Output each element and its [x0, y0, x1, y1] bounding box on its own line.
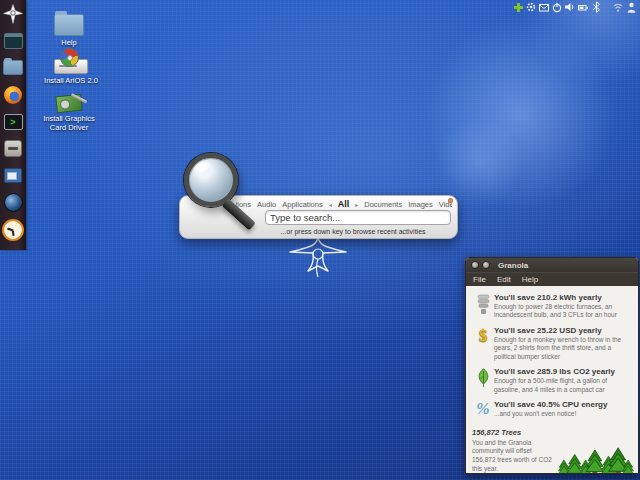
desktop-icon-install-gfx-driver[interactable]: Install Graphics Card Driver: [34, 86, 104, 132]
savings-row-cpu: % You'll save 40.5% CPU energy ...and yo…: [466, 397, 638, 421]
clock-icon[interactable]: [0, 216, 26, 243]
minimize-button[interactable]: [482, 261, 490, 269]
media-player-icon[interactable]: [0, 162, 26, 189]
user-icon[interactable]: [626, 1, 636, 13]
next-category-arrow[interactable]: ▸: [355, 201, 358, 208]
file-manager-icon[interactable]: [0, 54, 26, 81]
menu-help[interactable]: Help: [522, 275, 538, 284]
desktop-icon-help[interactable]: Help: [34, 10, 104, 47]
granola-window: Granola File Edit Help You'll save 210.2…: [465, 257, 639, 474]
savings-title: You'll save 40.5% CPU energy: [494, 400, 626, 409]
help-folder-icon: [34, 10, 104, 36]
install-cd-icon: [36, 48, 106, 74]
savings-row-co2: You'll save 285.9 lbs CO2 yearly Enough …: [466, 364, 638, 397]
search-overlay: Actions Audio Applications ◂ All ▸ Docum…: [179, 195, 458, 239]
window-title: Granola: [498, 261, 528, 270]
savings-desc: Enough to power 28 electric furnaces, an…: [494, 303, 626, 320]
savings-desc: ...and you won't even notice!: [494, 410, 626, 418]
savings-desc: Enough for a monkey wrench to throw in t…: [494, 336, 626, 361]
desktop-icon-label: Install AriOS 2.0: [36, 76, 106, 85]
terminal-icon[interactable]: [0, 27, 26, 54]
pine-trees-illustration: [558, 434, 634, 475]
trees-section: 156,872 Trees You and the Granola commun…: [466, 422, 638, 475]
gear-icon[interactable]: [526, 1, 536, 13]
volume-icon[interactable]: [565, 1, 575, 13]
power-icon[interactable]: [552, 1, 562, 13]
category-images[interactable]: Images: [408, 200, 433, 209]
overlay-settings-icon[interactable]: [448, 198, 453, 203]
category-documents[interactable]: Documents: [364, 200, 402, 209]
arios-watermark-logo: [286, 237, 350, 279]
battery-icon[interactable]: [578, 1, 588, 13]
savings-desc: Enough for a 500-mile flight, a gallon o…: [494, 377, 626, 394]
graphics-card-icon: [34, 86, 104, 112]
percent-icon: %: [476, 401, 489, 417]
savings-row-kwh: You'll save 210.2 kWh yearly Enough to p…: [466, 290, 638, 323]
category-all-active[interactable]: All: [338, 199, 350, 209]
desktop: > Help Install AriOS 2.0 Install Graphic…: [0, 0, 640, 480]
trees-title: 156,872 Trees: [472, 428, 556, 437]
mail-icon[interactable]: [539, 1, 549, 13]
arios-launcher-icon[interactable]: [0, 0, 26, 27]
savings-title: You'll save 25.22 USD yearly: [494, 326, 626, 335]
leaf-icon: [472, 367, 494, 394]
savings-title: You'll save 210.2 kWh yearly: [494, 293, 626, 302]
category-applications[interactable]: Applications: [282, 200, 322, 209]
savings-row-usd: $ You'll save 25.22 USD yearly Enough fo…: [466, 323, 638, 364]
network-signal-icon[interactable]: [613, 1, 623, 13]
search-category-bar: Actions Audio Applications ◂ All ▸ Docum…: [236, 199, 452, 209]
trees-desc: You and the Granola community will offse…: [472, 439, 556, 474]
desktop-icon-label: Install Graphics Card Driver: [34, 114, 104, 132]
system-tray: [513, 1, 636, 13]
desktop-icon-label: Help: [34, 38, 104, 47]
software-center-icon[interactable]: [0, 135, 26, 162]
category-audio[interactable]: Audio: [257, 200, 276, 209]
menu-edit[interactable]: Edit: [497, 275, 511, 284]
dollar-icon: $: [479, 327, 488, 344]
search-input[interactable]: [265, 210, 451, 225]
granola-body: You'll save 210.2 kWh yearly Enough to p…: [466, 286, 638, 474]
desktop-icon-install-arios[interactable]: Install AriOS 2.0: [36, 48, 106, 85]
savings-title: You'll save 285.9 lbs CO2 yearly: [494, 367, 626, 376]
granola-menubar: File Edit Help: [466, 272, 638, 286]
close-button[interactable]: [471, 261, 479, 269]
category-actions[interactable]: Actions: [236, 200, 251, 209]
search-hint: ...or press down key to browse recent ac…: [250, 228, 456, 235]
software-update-icon[interactable]: [513, 1, 523, 13]
menu-file[interactable]: File: [473, 275, 486, 284]
prev-category-arrow[interactable]: ◂: [329, 201, 332, 208]
run-prompt-icon[interactable]: >: [0, 108, 26, 135]
cfl-bulb-icon: [472, 293, 494, 320]
granola-titlebar[interactable]: Granola: [466, 258, 638, 272]
dock: >: [0, 0, 26, 250]
bluetooth-icon[interactable]: [591, 1, 601, 13]
web-globe-icon[interactable]: [0, 189, 26, 216]
firefox-icon[interactable]: [0, 81, 26, 108]
